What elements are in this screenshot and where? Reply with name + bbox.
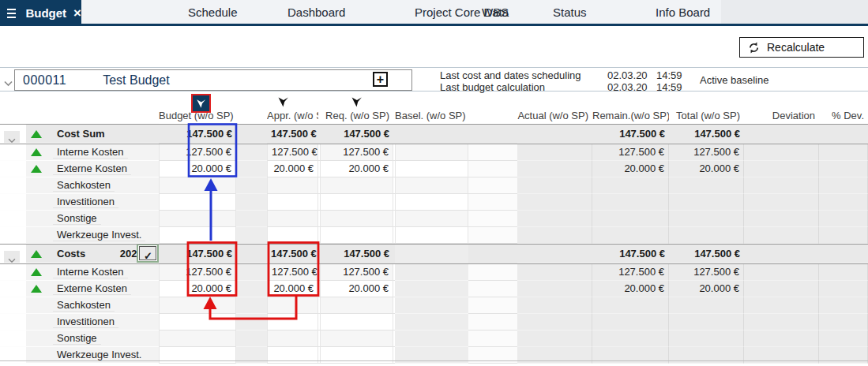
col-basel: Basel. (w/o SP) — [395, 110, 468, 124]
table-bottom-border — [0, 360, 868, 361]
tab-budget-active[interactable]: Budget × — [0, 0, 81, 26]
cell-basel[interactable] — [395, 144, 468, 161]
filter-icon-req[interactable] — [350, 95, 364, 109]
cell-remain: 147.500 € — [592, 125, 669, 144]
chevron-down-icon[interactable] — [4, 76, 13, 90]
cell-budget[interactable] — [159, 194, 236, 211]
checkbox-checked[interactable]: ✓ — [139, 246, 156, 260]
cell-basel[interactable] — [395, 177, 468, 194]
cell-budget[interactable] — [159, 331, 236, 347]
cell-basel — [395, 314, 468, 331]
cell-req[interactable]: 127.500 € — [320, 144, 393, 161]
cell-req[interactable]: 127.500 € — [320, 264, 393, 281]
cell-basel[interactable] — [395, 227, 468, 244]
recalculate-button[interactable]: Recalculate — [739, 37, 864, 58]
cell-deviation — [744, 125, 819, 144]
cell-basel[interactable] — [395, 194, 468, 211]
cell-appr[interactable] — [267, 297, 318, 314]
cell-actual — [517, 161, 592, 177]
cell-budget[interactable] — [159, 227, 236, 244]
cell-budget[interactable] — [159, 211, 236, 227]
cell-basel — [395, 281, 468, 297]
filter-icon-appr[interactable] — [276, 95, 291, 109]
cell-actual — [517, 245, 592, 263]
cell-basel[interactable] — [395, 125, 468, 144]
top-nav: Schedule Dashboard Project Core Data WBS… — [0, 0, 868, 26]
cell-appr[interactable] — [267, 194, 318, 211]
cell-budget[interactable]: 147.500 € — [159, 125, 236, 144]
cell-appr[interactable] — [267, 331, 318, 347]
cell-budget[interactable]: 127.500 € — [159, 144, 236, 161]
cell-budget[interactable]: 147.500 € — [159, 245, 236, 263]
cell-appr[interactable] — [267, 177, 318, 194]
row-externe-kosten: Externe Kosten 20.000 € 20.000 € 20.000 … — [0, 161, 868, 177]
cell-appr[interactable]: 127.500 € — [267, 144, 318, 161]
row-label: Costs — [53, 248, 89, 260]
recalculate-label: Recalculate — [767, 41, 825, 54]
hamburger-icon[interactable] — [7, 13, 16, 14]
cell-budget[interactable] — [159, 314, 236, 331]
cell-remain: 127.500 € — [592, 264, 669, 281]
chevron-down-icon[interactable] — [4, 131, 20, 144]
cell-pdev — [819, 245, 868, 263]
project-name: Test Budget — [103, 73, 170, 88]
filter-icon-budget-active[interactable] — [191, 94, 211, 113]
col-pdev: % Dev. — [819, 110, 868, 124]
cell-total: 20.000 € — [669, 161, 744, 177]
cell-req[interactable] — [320, 194, 393, 211]
tab-schedule[interactable]: Schedule — [188, 0, 238, 24]
cell-appr[interactable]: 147.500 € — [267, 245, 318, 263]
cell-req[interactable]: 20.000 € — [320, 281, 393, 297]
cell-appr[interactable] — [267, 314, 318, 331]
cell-appr[interactable]: 127.500 € — [267, 264, 318, 281]
budget-table: Budget (w/o SP) Appr. (w/o SP) Req. (w/o… — [0, 92, 868, 124]
chevron-down-icon[interactable] — [4, 251, 20, 264]
cell-req[interactable] — [320, 227, 393, 244]
cell-pdev — [819, 144, 868, 161]
cell-appr[interactable]: 20.000 € — [267, 161, 318, 177]
cell-basel[interactable] — [395, 245, 468, 263]
row-label: Investitionen — [53, 316, 118, 328]
cell-deviation — [744, 161, 819, 177]
cell-budget[interactable]: 20.000 € — [159, 161, 236, 177]
cell-req[interactable] — [320, 314, 393, 331]
tab-info-board[interactable]: Info Board — [656, 0, 710, 24]
cell-total: 127.500 € — [669, 264, 744, 281]
cell-pdev — [819, 264, 868, 281]
cell-req[interactable]: 20.000 € — [320, 161, 393, 177]
cell-budget[interactable] — [159, 297, 236, 314]
cell-pdev — [819, 161, 868, 177]
col-total: Total (w/o SP) — [669, 110, 744, 124]
row-label: Investitionen — [53, 196, 118, 208]
cell-appr[interactable]: 20.000 € — [267, 281, 318, 297]
close-icon[interactable]: × — [73, 6, 81, 20]
cell-budget[interactable]: 20.000 € — [159, 281, 236, 297]
cell-budget[interactable]: 127.500 € — [159, 264, 236, 281]
plus-icon[interactable]: + — [373, 72, 388, 87]
cell-req[interactable]: 147.500 € — [320, 245, 393, 263]
cell-basel[interactable] — [395, 211, 468, 227]
cell-budget[interactable] — [159, 177, 236, 194]
col-req: Req. (w/o SP) — [320, 110, 393, 124]
cell-appr[interactable]: 147.500 € — [267, 125, 318, 144]
tab-dashboard[interactable]: Dashboard — [287, 0, 345, 24]
cell-req[interactable] — [320, 177, 393, 194]
cell-basel[interactable] — [395, 161, 468, 177]
project-title-box[interactable]: 000011 Test Budget + — [14, 69, 412, 91]
row-interne-kosten: Interne Kosten 127.500 € 127.500 € 127.5… — [0, 144, 868, 161]
cell-req[interactable] — [320, 331, 393, 347]
row-label-cell: Costs 2020 ✓ — [0, 245, 159, 263]
cell-appr[interactable] — [267, 227, 318, 244]
tab-status[interactable]: Status — [553, 0, 587, 24]
cell-remain: 127.500 € — [592, 144, 669, 161]
cell-req[interactable] — [320, 211, 393, 227]
row-externe-kosten: Externe Kosten 20.000 € 20.000 € 20.000 … — [0, 281, 868, 297]
row-interne-kosten: Interne Kosten 127.500 € 127.500 € 127.5… — [0, 264, 868, 281]
tab-wbs[interactable]: WBS — [482, 0, 509, 24]
cell-appr[interactable] — [267, 211, 318, 227]
cell-basel — [395, 331, 468, 347]
meta-date: 02.03.20 — [607, 70, 656, 80]
cell-req[interactable]: 147.500 € — [320, 125, 393, 144]
cell-total: 127.500 € — [669, 144, 744, 161]
cell-req[interactable] — [320, 297, 393, 314]
